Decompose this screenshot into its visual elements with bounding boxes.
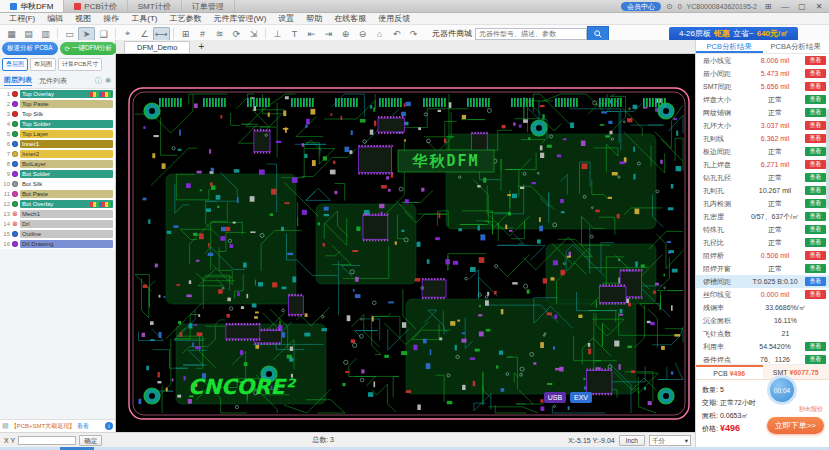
layer-name[interactable]: Bot Silk xyxy=(20,180,113,188)
layer-row[interactable]: 9 Bot Solder xyxy=(0,169,115,179)
view-button[interactable]: 查看 xyxy=(805,212,826,221)
app-tab[interactable]: 订单管理 xyxy=(182,0,235,12)
redo-icon[interactable]: ↷ xyxy=(405,27,422,41)
layer-color-dot[interactable] xyxy=(12,161,18,167)
layer-row[interactable]: 13 ⊗ Mech1 xyxy=(0,209,115,219)
analysis-row[interactable]: SMT间距 5.656 mil 查看 xyxy=(696,80,829,93)
tab-component-list[interactable]: 元件列表 xyxy=(39,76,67,86)
tab-layer-list[interactable]: 图层列表 xyxy=(4,75,32,86)
notice-link[interactable]: 看看 xyxy=(77,422,89,431)
analysis-row[interactable]: 阻焊开窗 正常 查看 xyxy=(696,262,829,275)
view-button[interactable]: 查看 xyxy=(805,277,826,286)
analysis-row[interactable]: 沉金面积 16.11% xyxy=(696,314,829,327)
app-tab[interactable]: PCB计价 xyxy=(64,0,127,12)
netlist-icon[interactable]: # xyxy=(194,27,211,41)
menu-item[interactable]: 视图 xyxy=(69,13,97,24)
layer-row[interactable]: 6 Inner1 xyxy=(0,139,115,149)
analysis-row[interactable]: 焊盘大小 正常 查看 xyxy=(696,93,829,106)
layer-name[interactable]: Top Paste xyxy=(20,100,113,108)
analysis-row[interactable]: 残铜率 33.6686%/㎡ xyxy=(696,301,829,314)
layer-name[interactable]: Mech1 xyxy=(20,210,113,218)
menu-item[interactable]: 元件库管理(W) xyxy=(207,13,272,24)
menu-item[interactable]: 工艺参数 xyxy=(163,13,207,24)
analysis-row[interactable]: 特殊孔 正常 查看 xyxy=(696,223,829,236)
view-button[interactable]: 查看 xyxy=(805,108,826,117)
layer-row[interactable]: 12 Bot Overlay xyxy=(0,199,115,209)
grid-icon[interactable]: ⊞ xyxy=(177,27,194,41)
analysis-tab[interactable]: PCBA分析结果 xyxy=(763,40,829,53)
board-frame-icon[interactable]: ▭ xyxy=(61,27,78,41)
new-tab-button[interactable]: + xyxy=(198,41,204,52)
analysis-row[interactable]: 孔环大小 3.037 mil 查看 xyxy=(696,119,829,132)
analyze-pcba-button[interactable]: 极速分析 PCBA xyxy=(2,42,58,55)
search-button[interactable] xyxy=(587,26,609,41)
layer-name[interactable]: BotLayer xyxy=(20,160,113,168)
separator[interactable] xyxy=(265,28,266,39)
separator[interactable] xyxy=(115,28,116,39)
analysis-row[interactable]: 孔密度 0/57、637个/㎡ 查看 xyxy=(696,210,829,223)
layer-row[interactable]: 3 Top Silk xyxy=(0,109,115,119)
minimize-button[interactable]: — xyxy=(779,2,791,11)
menu-item[interactable]: 工程(F) xyxy=(3,13,41,24)
analysis-row[interactable]: 孔到孔 10.267 mil 查看 xyxy=(696,184,829,197)
analysis-row[interactable]: 孔内检测 正常 查看 xyxy=(696,197,829,210)
layer-row[interactable]: 10 Bot Silk xyxy=(0,179,115,189)
view-button[interactable]: 查看 xyxy=(805,342,826,351)
layer-name[interactable]: Drl Drawing xyxy=(20,240,113,248)
layer-color-dot[interactable] xyxy=(12,201,18,207)
view-button[interactable]: 查看 xyxy=(805,160,826,169)
quote-tab[interactable]: PCB ¥496 xyxy=(696,365,763,379)
layer-name[interactable]: Drl xyxy=(20,220,113,228)
text-icon[interactable]: T xyxy=(286,27,303,41)
menu-item[interactable]: 设置 xyxy=(272,13,300,24)
menu-item[interactable]: 操作 xyxy=(97,13,125,24)
analysis-row[interactable]: 锣槽间距 T:0.625 B:0.10 查看 xyxy=(696,275,829,288)
layer-name[interactable]: Top Layer xyxy=(20,130,113,138)
select-cursor-icon[interactable]: ➤ xyxy=(78,27,95,41)
layers-compare-icon[interactable]: ≋ xyxy=(211,27,228,41)
view-button[interactable]: 查看 xyxy=(805,238,826,247)
view-tab[interactable]: 计算PCB尺寸 xyxy=(58,58,102,71)
rotate-icon[interactable]: ⟳ xyxy=(228,27,245,41)
measure-angle-icon[interactable]: ∠ xyxy=(136,27,153,41)
member-badge[interactable]: 会员中心 xyxy=(621,2,661,11)
view-button[interactable]: 查看 xyxy=(805,95,826,104)
dfm-analyze-button[interactable]: ⟳一键DFM分析 xyxy=(60,42,118,55)
layer-name[interactable]: Bot Overlay xyxy=(20,200,113,208)
order-now-button[interactable]: 立即下单>> xyxy=(767,417,824,434)
layer-color-dot[interactable] xyxy=(12,181,18,187)
grid-unit-select[interactable]: 千分▾ xyxy=(649,435,691,446)
separator[interactable] xyxy=(57,28,58,39)
analysis-row[interactable]: 最小间距 5.473 mil 查看 xyxy=(696,67,829,80)
layer-color-dot[interactable] xyxy=(12,171,18,177)
layer-row[interactable]: 8 BotLayer xyxy=(0,159,115,169)
layer-row[interactable]: 7 Inner2 xyxy=(0,149,115,159)
layer-color-dot[interactable] xyxy=(12,191,18,197)
coordinate-input[interactable] xyxy=(18,436,76,445)
view-button[interactable]: 查看 xyxy=(805,186,826,195)
search-input[interactable] xyxy=(475,28,587,40)
view-button[interactable]: 查看 xyxy=(805,225,826,234)
view-button[interactable]: 查看 xyxy=(805,251,826,260)
zoom-in-icon[interactable]: ⊕ xyxy=(337,27,354,41)
unit-toggle-button[interactable]: Inch xyxy=(619,435,645,446)
eye-icon[interactable]: ◉ xyxy=(105,76,111,86)
analysis-row[interactable]: 丝印线宽 0.000 mil 查看 xyxy=(696,288,829,301)
pcb-canvas[interactable]: 华秋DFMCNCORE²USBEXV xyxy=(116,54,695,432)
menu-item[interactable]: 在线客服 xyxy=(328,13,372,24)
promo-banner[interactable]: 4-26层板 钜惠 立省~ 640元/㎡ xyxy=(669,27,798,41)
analysis-row[interactable]: 利用率 54.5420% 查看 xyxy=(696,340,829,353)
view-button[interactable]: 查看 xyxy=(805,290,826,299)
document-tab[interactable]: DFM_Demo xyxy=(124,41,190,53)
layer-color-dot[interactable] xyxy=(12,151,18,157)
view-button[interactable]: 查看 xyxy=(805,121,826,130)
layer-name[interactable]: Top Silk xyxy=(20,110,113,118)
measure-point-icon[interactable]: ⌖ xyxy=(119,27,136,41)
layer-color-dot[interactable] xyxy=(12,241,18,247)
analysis-row[interactable]: 飞针点数 21 xyxy=(696,327,829,340)
view-tab[interactable]: 布局图 xyxy=(30,58,56,71)
align-right-icon[interactable]: ⇥ xyxy=(320,27,337,41)
notice-badge-icon[interactable]: i xyxy=(105,422,113,430)
analysis-row[interactable]: 网纹铺铜 正常 查看 xyxy=(696,106,829,119)
analysis-row[interactable]: 阻焊桥 0.506 mil 查看 xyxy=(696,249,829,262)
